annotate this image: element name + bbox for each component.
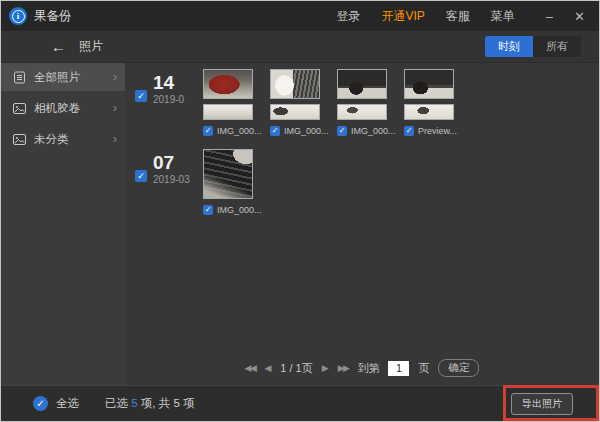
support-link[interactable]: 客服 <box>446 8 470 25</box>
selection-suffix: 项, 共 5 项 <box>138 397 195 409</box>
sidebar: 全部照片 › 相机胶卷 › <box>1 63 125 385</box>
goto-page-label: 到第 <box>357 361 379 376</box>
minimize-button[interactable]: – <box>546 9 553 24</box>
group-day: 07 <box>153 153 203 172</box>
photo-checkbox[interactable]: ✓ <box>404 126 414 136</box>
next-page-button[interactable]: ▶ <box>322 363 329 373</box>
app-logo-icon: i <box>9 7 27 25</box>
selection-prefix: 已选 <box>105 397 131 409</box>
chevron-right-icon: › <box>113 101 117 115</box>
last-page-button[interactable]: ▶▶ <box>338 363 349 373</box>
view-toggle: 时刻 所有 <box>485 36 581 57</box>
page-indicator: 1 / 1页 <box>280 361 312 376</box>
select-all-label[interactable]: 全选 <box>56 396 79 411</box>
sidebar-item-all-photos[interactable]: 全部照片 › <box>1 63 125 91</box>
pagination: ◀◀ ◀ 1 / 1页 ▶ ▶▶ 到第 页 确定 <box>125 359 599 377</box>
app-window: i 果备份 登录 开通VIP 客服 菜单 – ✕ ← 照片 时刻 所有 <box>0 0 600 422</box>
sidebar-item-label: 相机胶卷 <box>34 101 113 116</box>
group-checkbox[interactable]: ✓ <box>135 170 147 182</box>
photo-checkbox[interactable]: ✓ <box>270 126 280 136</box>
chevron-right-icon: › <box>113 70 117 84</box>
photo-label: IMG_000... <box>284 126 329 136</box>
vip-link[interactable]: 开通VIP <box>382 8 425 25</box>
photo-thumbnail[interactable] <box>203 69 253 99</box>
body: 全部照片 › 相机胶卷 › <box>1 63 599 385</box>
sidebar-item-label: 全部照片 <box>34 70 113 85</box>
photo-checkbox[interactable]: ✓ <box>337 126 347 136</box>
photo-row: ✓ IMG_000... <box>203 149 253 215</box>
goto-confirm-button[interactable]: 确定 <box>438 359 479 377</box>
image-icon <box>13 133 26 146</box>
chevron-right-icon: › <box>113 132 117 146</box>
photo-checkbox[interactable]: ✓ <box>203 205 213 215</box>
close-button[interactable]: ✕ <box>574 9 585 24</box>
logo-letter: i <box>17 11 20 21</box>
photo-thumbnail-strip[interactable] <box>203 104 253 120</box>
photo-cell: ✓ IMG_000... <box>270 69 320 136</box>
subheader: ← 照片 时刻 所有 <box>1 31 599 63</box>
photo-label: IMG_000... <box>351 126 396 136</box>
page-title: 照片 <box>79 38 103 55</box>
photo-list: ✓ 14 2019-0 ✓ IMG_000... <box>125 63 599 385</box>
group-date: 07 2019-03 <box>153 149 203 185</box>
date-group: ✓ 07 2019-03 ✓ IMG_000... <box>135 149 599 215</box>
app-title: 果备份 <box>34 8 72 25</box>
group-date: 14 2019-0 <box>153 69 203 105</box>
group-day: 14 <box>153 73 203 92</box>
login-link[interactable]: 登录 <box>337 8 361 25</box>
group-checkbox[interactable]: ✓ <box>135 90 147 102</box>
select-all-checkbox[interactable]: ✓ <box>33 396 48 411</box>
photo-label: IMG_000... <box>217 205 262 215</box>
photo-thumbnail-strip[interactable] <box>337 104 387 120</box>
photo-cell: ✓ Preview... <box>404 69 454 136</box>
titlebar: i 果备份 登录 开通VIP 客服 菜单 – ✕ <box>1 1 599 31</box>
statusbar: ✓ 全选 已选 5 项, 共 5 项 导出照片 <box>1 385 599 421</box>
photo-label: IMG_000... <box>217 126 262 136</box>
tab-all[interactable]: 所有 <box>533 36 581 57</box>
photo-thumbnail[interactable] <box>337 69 387 99</box>
sidebar-item-label: 未分类 <box>34 132 113 147</box>
photo-cell: ✓ IMG_000... <box>203 69 253 136</box>
photo-checkbox[interactable]: ✓ <box>203 126 213 136</box>
group-yearmonth: 2019-03 <box>153 174 203 185</box>
group-yearmonth: 2019-0 <box>153 94 203 105</box>
image-icon <box>13 102 26 115</box>
photo-thumbnail[interactable] <box>270 69 320 99</box>
photo-thumbnail[interactable] <box>404 69 454 99</box>
photo-label: Preview... <box>418 126 457 136</box>
first-page-button[interactable]: ◀◀ <box>245 363 256 373</box>
prev-page-button[interactable]: ◀ <box>264 363 271 373</box>
export-photos-button[interactable]: 导出照片 <box>511 393 573 415</box>
goto-page-input[interactable] <box>388 361 409 376</box>
menu-link[interactable]: 菜单 <box>491 8 515 25</box>
selection-summary: 已选 5 项, 共 5 项 <box>105 396 194 411</box>
goto-page-suffix: 页 <box>418 361 429 376</box>
photo-thumbnail[interactable] <box>203 149 253 199</box>
document-list-icon <box>13 71 26 84</box>
photo-cell: ✓ IMG_000... <box>203 149 253 215</box>
photo-cell: ✓ IMG_000... <box>337 69 387 136</box>
back-button[interactable]: ← <box>51 38 66 55</box>
photo-thumbnail-strip[interactable] <box>404 104 454 120</box>
photo-thumbnail-strip[interactable] <box>270 104 320 120</box>
titlebar-menu: 登录 开通VIP 客服 菜单 – ✕ <box>337 8 599 25</box>
photo-row: ✓ IMG_000... ✓ IMG_000... <box>203 69 454 136</box>
tab-moments[interactable]: 时刻 <box>485 36 533 57</box>
date-group: ✓ 14 2019-0 ✓ IMG_000... <box>135 69 599 136</box>
sidebar-item-camera-roll[interactable]: 相机胶卷 › <box>1 94 125 122</box>
sidebar-item-unclassified[interactable]: 未分类 › <box>1 125 125 153</box>
